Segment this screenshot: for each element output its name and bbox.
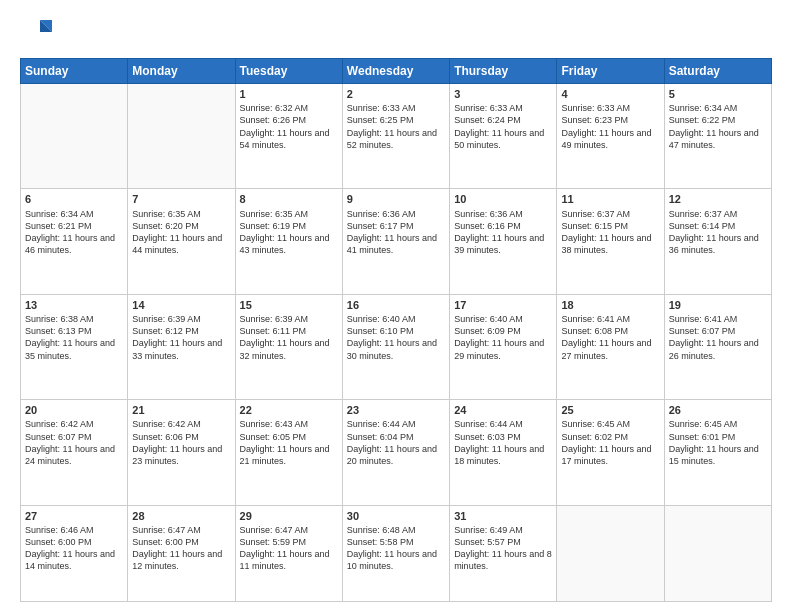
calendar-cell: 21Sunrise: 6:42 AM Sunset: 6:06 PM Dayli… — [128, 400, 235, 505]
day-info: Sunrise: 6:41 AM Sunset: 6:07 PM Dayligh… — [669, 313, 767, 362]
day-number: 20 — [25, 403, 123, 417]
day-info: Sunrise: 6:33 AM Sunset: 6:25 PM Dayligh… — [347, 102, 445, 151]
calendar-header-row: SundayMondayTuesdayWednesdayThursdayFrid… — [21, 59, 772, 84]
calendar-cell: 20Sunrise: 6:42 AM Sunset: 6:07 PM Dayli… — [21, 400, 128, 505]
day-number: 3 — [454, 87, 552, 101]
calendar-cell: 25Sunrise: 6:45 AM Sunset: 6:02 PM Dayli… — [557, 400, 664, 505]
calendar-table: SundayMondayTuesdayWednesdayThursdayFrid… — [20, 58, 772, 602]
calendar-cell: 23Sunrise: 6:44 AM Sunset: 6:04 PM Dayli… — [342, 400, 449, 505]
day-info: Sunrise: 6:37 AM Sunset: 6:15 PM Dayligh… — [561, 208, 659, 257]
day-number: 1 — [240, 87, 338, 101]
calendar-cell — [664, 505, 771, 601]
day-number: 6 — [25, 192, 123, 206]
calendar-cell: 31Sunrise: 6:49 AM Sunset: 5:57 PM Dayli… — [450, 505, 557, 601]
day-info: Sunrise: 6:37 AM Sunset: 6:14 PM Dayligh… — [669, 208, 767, 257]
calendar-cell: 13Sunrise: 6:38 AM Sunset: 6:13 PM Dayli… — [21, 294, 128, 399]
calendar-cell: 27Sunrise: 6:46 AM Sunset: 6:00 PM Dayli… — [21, 505, 128, 601]
calendar-cell: 8Sunrise: 6:35 AM Sunset: 6:19 PM Daylig… — [235, 189, 342, 294]
week-row: 6Sunrise: 6:34 AM Sunset: 6:21 PM Daylig… — [21, 189, 772, 294]
logo-icon — [20, 16, 52, 48]
calendar-cell: 6Sunrise: 6:34 AM Sunset: 6:21 PM Daylig… — [21, 189, 128, 294]
day-info: Sunrise: 6:42 AM Sunset: 6:06 PM Dayligh… — [132, 418, 230, 467]
week-row: 20Sunrise: 6:42 AM Sunset: 6:07 PM Dayli… — [21, 400, 772, 505]
day-number: 10 — [454, 192, 552, 206]
day-number: 29 — [240, 509, 338, 523]
day-info: Sunrise: 6:40 AM Sunset: 6:10 PM Dayligh… — [347, 313, 445, 362]
day-info: Sunrise: 6:47 AM Sunset: 5:59 PM Dayligh… — [240, 524, 338, 573]
day-number: 27 — [25, 509, 123, 523]
day-info: Sunrise: 6:42 AM Sunset: 6:07 PM Dayligh… — [25, 418, 123, 467]
calendar-cell: 17Sunrise: 6:40 AM Sunset: 6:09 PM Dayli… — [450, 294, 557, 399]
calendar-cell: 15Sunrise: 6:39 AM Sunset: 6:11 PM Dayli… — [235, 294, 342, 399]
day-info: Sunrise: 6:44 AM Sunset: 6:04 PM Dayligh… — [347, 418, 445, 467]
calendar-cell — [21, 84, 128, 189]
day-number: 8 — [240, 192, 338, 206]
day-info: Sunrise: 6:34 AM Sunset: 6:21 PM Dayligh… — [25, 208, 123, 257]
calendar-cell: 7Sunrise: 6:35 AM Sunset: 6:20 PM Daylig… — [128, 189, 235, 294]
weekday-header: Wednesday — [342, 59, 449, 84]
day-number: 7 — [132, 192, 230, 206]
day-info: Sunrise: 6:39 AM Sunset: 6:11 PM Dayligh… — [240, 313, 338, 362]
calendar-cell: 29Sunrise: 6:47 AM Sunset: 5:59 PM Dayli… — [235, 505, 342, 601]
day-number: 22 — [240, 403, 338, 417]
calendar-cell: 12Sunrise: 6:37 AM Sunset: 6:14 PM Dayli… — [664, 189, 771, 294]
day-number: 24 — [454, 403, 552, 417]
day-info: Sunrise: 6:39 AM Sunset: 6:12 PM Dayligh… — [132, 313, 230, 362]
logo — [20, 16, 56, 48]
day-info: Sunrise: 6:45 AM Sunset: 6:02 PM Dayligh… — [561, 418, 659, 467]
weekday-header: Tuesday — [235, 59, 342, 84]
calendar-cell: 9Sunrise: 6:36 AM Sunset: 6:17 PM Daylig… — [342, 189, 449, 294]
day-info: Sunrise: 6:38 AM Sunset: 6:13 PM Dayligh… — [25, 313, 123, 362]
calendar-cell: 26Sunrise: 6:45 AM Sunset: 6:01 PM Dayli… — [664, 400, 771, 505]
day-number: 21 — [132, 403, 230, 417]
calendar-cell: 18Sunrise: 6:41 AM Sunset: 6:08 PM Dayli… — [557, 294, 664, 399]
calendar-cell: 1Sunrise: 6:32 AM Sunset: 6:26 PM Daylig… — [235, 84, 342, 189]
day-number: 11 — [561, 192, 659, 206]
calendar-cell: 24Sunrise: 6:44 AM Sunset: 6:03 PM Dayli… — [450, 400, 557, 505]
day-info: Sunrise: 6:35 AM Sunset: 6:20 PM Dayligh… — [132, 208, 230, 257]
day-number: 5 — [669, 87, 767, 101]
day-info: Sunrise: 6:32 AM Sunset: 6:26 PM Dayligh… — [240, 102, 338, 151]
calendar-cell: 16Sunrise: 6:40 AM Sunset: 6:10 PM Dayli… — [342, 294, 449, 399]
day-info: Sunrise: 6:46 AM Sunset: 6:00 PM Dayligh… — [25, 524, 123, 573]
day-info: Sunrise: 6:44 AM Sunset: 6:03 PM Dayligh… — [454, 418, 552, 467]
day-number: 31 — [454, 509, 552, 523]
day-info: Sunrise: 6:34 AM Sunset: 6:22 PM Dayligh… — [669, 102, 767, 151]
calendar-cell: 2Sunrise: 6:33 AM Sunset: 6:25 PM Daylig… — [342, 84, 449, 189]
day-info: Sunrise: 6:36 AM Sunset: 6:17 PM Dayligh… — [347, 208, 445, 257]
day-info: Sunrise: 6:49 AM Sunset: 5:57 PM Dayligh… — [454, 524, 552, 573]
calendar-cell — [557, 505, 664, 601]
day-info: Sunrise: 6:36 AM Sunset: 6:16 PM Dayligh… — [454, 208, 552, 257]
day-number: 4 — [561, 87, 659, 101]
day-number: 9 — [347, 192, 445, 206]
week-row: 27Sunrise: 6:46 AM Sunset: 6:00 PM Dayli… — [21, 505, 772, 601]
calendar-cell: 4Sunrise: 6:33 AM Sunset: 6:23 PM Daylig… — [557, 84, 664, 189]
calendar-cell: 19Sunrise: 6:41 AM Sunset: 6:07 PM Dayli… — [664, 294, 771, 399]
day-info: Sunrise: 6:33 AM Sunset: 6:24 PM Dayligh… — [454, 102, 552, 151]
day-info: Sunrise: 6:35 AM Sunset: 6:19 PM Dayligh… — [240, 208, 338, 257]
day-info: Sunrise: 6:45 AM Sunset: 6:01 PM Dayligh… — [669, 418, 767, 467]
day-number: 28 — [132, 509, 230, 523]
weekday-header: Sunday — [21, 59, 128, 84]
calendar-cell: 11Sunrise: 6:37 AM Sunset: 6:15 PM Dayli… — [557, 189, 664, 294]
day-number: 12 — [669, 192, 767, 206]
header — [20, 16, 772, 48]
weekday-header: Monday — [128, 59, 235, 84]
day-info: Sunrise: 6:41 AM Sunset: 6:08 PM Dayligh… — [561, 313, 659, 362]
weekday-header: Saturday — [664, 59, 771, 84]
day-info: Sunrise: 6:43 AM Sunset: 6:05 PM Dayligh… — [240, 418, 338, 467]
calendar-cell: 28Sunrise: 6:47 AM Sunset: 6:00 PM Dayli… — [128, 505, 235, 601]
day-number: 18 — [561, 298, 659, 312]
calendar-cell: 22Sunrise: 6:43 AM Sunset: 6:05 PM Dayli… — [235, 400, 342, 505]
calendar-cell: 10Sunrise: 6:36 AM Sunset: 6:16 PM Dayli… — [450, 189, 557, 294]
calendar-cell: 14Sunrise: 6:39 AM Sunset: 6:12 PM Dayli… — [128, 294, 235, 399]
day-info: Sunrise: 6:40 AM Sunset: 6:09 PM Dayligh… — [454, 313, 552, 362]
week-row: 1Sunrise: 6:32 AM Sunset: 6:26 PM Daylig… — [21, 84, 772, 189]
day-number: 2 — [347, 87, 445, 101]
day-number: 14 — [132, 298, 230, 312]
day-number: 26 — [669, 403, 767, 417]
day-number: 25 — [561, 403, 659, 417]
day-number: 13 — [25, 298, 123, 312]
page: SundayMondayTuesdayWednesdayThursdayFrid… — [0, 0, 792, 612]
weekday-header: Thursday — [450, 59, 557, 84]
